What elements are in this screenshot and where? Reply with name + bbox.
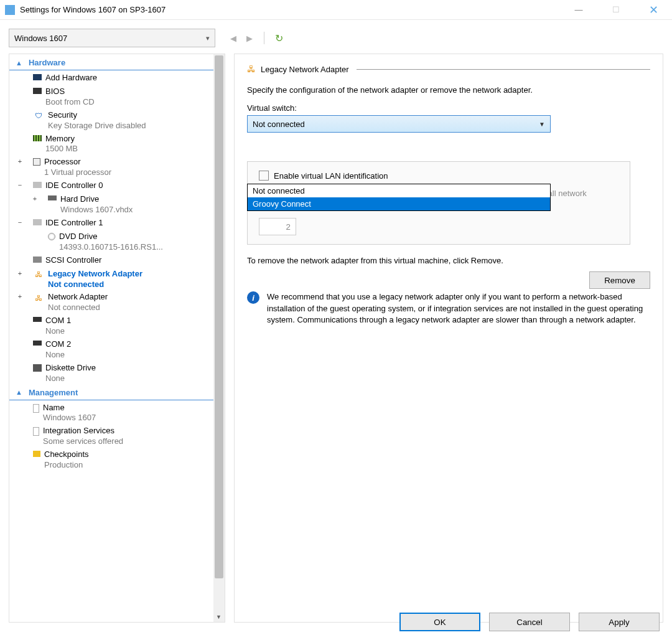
tree-item[interactable]: −IDE Controller 0 — [9, 178, 213, 192]
tree-item-label: Processor — [44, 157, 111, 167]
maximize-button[interactable]: ☐ — [597, 0, 635, 19]
doc-icon — [33, 427, 39, 436]
tree-item-sublabel: Windows 1607.vhdx — [60, 205, 133, 215]
tree-item-sublabel: Not connected — [48, 303, 108, 313]
collapse-icon: ▲ — [16, 388, 22, 396]
tree-item[interactable]: Integration ServicesSome services offere… — [9, 423, 213, 447]
scrollbar[interactable]: ▲ ▼ — [213, 54, 225, 622]
monitor-icon — [33, 74, 42, 80]
close-button[interactable]: ✕ — [635, 0, 672, 19]
divider — [357, 69, 650, 70]
tree-item-sublabel: Boot from CD — [45, 97, 95, 108]
tree-item-sublabel: 14393.0.160715-1616.RS1... — [59, 242, 163, 253]
tree-item[interactable]: COM 2None — [9, 337, 213, 360]
settings-tree: ▲ Hardware Add HardwareBIOSBoot from CD🛡… — [9, 54, 225, 623]
details-panel: 🖧 Legacy Network Adapter Specify the con… — [234, 54, 663, 623]
dvd-icon — [48, 233, 55, 240]
scrollbar-thumb[interactable] — [215, 55, 223, 578]
ide-icon — [33, 182, 42, 188]
dialog-buttons: OK Cancel Apply — [399, 613, 660, 631]
info-text: We recommend that you use a legacy netwo… — [267, 291, 650, 326]
tree-item[interactable]: COM 1None — [9, 313, 213, 337]
nav-back-button[interactable]: ◀ — [228, 32, 239, 44]
tree-item-label: Memory — [45, 134, 78, 144]
window-title: Settings for Windows 1607 on SP3-1607 — [20, 5, 166, 14]
nav-forward-button[interactable]: ▶ — [244, 32, 255, 44]
remove-button[interactable]: Remove — [589, 271, 650, 289]
info-icon: i — [247, 291, 259, 304]
tree-item-label: IDE Controller 0 — [45, 181, 103, 191]
tree-item-sublabel: None — [45, 374, 96, 384]
virtual-switch-value: Not connected — [253, 120, 539, 129]
tree-item[interactable]: Memory1500 MB — [9, 131, 213, 155]
panel-description: Specify the configuration of the network… — [247, 85, 650, 95]
collapse-icon: ▲ — [16, 59, 22, 67]
tree-item-sublabel: None — [45, 326, 71, 337]
tree-item-label: Checkpoints — [44, 449, 89, 460]
vlan-checkbox[interactable] — [259, 171, 269, 181]
cpu-icon — [33, 158, 40, 166]
minimize-button[interactable]: — — [560, 0, 597, 19]
ok-button[interactable]: OK — [399, 613, 480, 631]
tree-item[interactable]: SCSI Controller — [9, 253, 213, 266]
scsi-icon — [33, 256, 42, 263]
window-controls: — ☐ ✕ — [560, 0, 672, 19]
virtual-switch-dropdown[interactable]: Not connected ▼ — [247, 115, 551, 133]
tree-item[interactable]: +🖧Network AdapterNot connected — [9, 289, 213, 313]
tree-item[interactable]: +Hard DriveWindows 1607.vhdx — [9, 192, 213, 215]
management-section-header[interactable]: ▲ Management — [9, 384, 213, 400]
dropdown-option[interactable]: Not connected — [248, 184, 550, 197]
cancel-button[interactable]: Cancel — [489, 613, 570, 631]
expand-toggle[interactable]: + — [16, 269, 24, 278]
nic-icon: 🖧 — [33, 293, 44, 303]
tree-item[interactable]: CheckpointsProduction — [9, 447, 213, 471]
tree-item-label: COM 1 — [45, 316, 71, 326]
titlebar: Settings for Windows 1607 on SP3-1607 — … — [0, 0, 672, 20]
tree-item[interactable]: BIOSBoot from CD — [9, 84, 213, 108]
chk-icon — [33, 451, 40, 457]
hardware-section-header[interactable]: ▲ Hardware — [9, 54, 213, 70]
tree-item[interactable]: Diskette DriveNone — [9, 360, 213, 384]
tree-item[interactable]: DVD Drive14393.0.160715-1616.RS1... — [9, 229, 213, 253]
vlan-checkbox-label: Enable virtual LAN identification — [274, 171, 388, 181]
virtual-switch-label: Virtual switch: — [247, 103, 650, 113]
tree-item-label: Legacy Network Adapter — [48, 269, 142, 280]
dropdown-option[interactable]: Groovy Connect — [248, 197, 550, 210]
tree-item-sublabel: Key Storage Drive disabled — [48, 121, 146, 131]
bios-icon — [33, 88, 42, 94]
vm-selector-dropdown[interactable]: Windows 1607 ▾ — [9, 29, 215, 47]
apply-button[interactable]: Apply — [579, 613, 660, 631]
tree-item-label: Network Adapter — [48, 292, 108, 303]
tree-item[interactable]: −IDE Controller 1 — [9, 215, 213, 229]
expand-toggle[interactable]: + — [16, 292, 24, 301]
tree-item-label: SCSI Controller — [45, 255, 101, 266]
tree-item[interactable]: +Processor1 Virtual processor — [9, 154, 213, 178]
expand-toggle[interactable]: − — [16, 218, 24, 227]
com-icon — [33, 341, 42, 346]
doc-icon — [33, 404, 39, 413]
tree-item[interactable]: +🖧Legacy Network AdapterNot connected — [9, 266, 213, 290]
tree-item-sublabel: Not connected — [48, 280, 142, 290]
scroll-down-icon[interactable]: ▼ — [216, 614, 222, 620]
vm-selector-value: Windows 1607 — [14, 34, 206, 43]
tree-item[interactable]: NameWindows 1607 — [9, 400, 213, 424]
nic-icon: 🖧 — [247, 64, 256, 74]
hardware-section-label: Hardware — [29, 58, 65, 67]
tree-item-label: COM 2 — [45, 339, 71, 350]
expand-toggle[interactable]: + — [30, 194, 39, 203]
tree-item[interactable]: 🛡SecurityKey Storage Drive disabled — [9, 108, 213, 131]
tree-item-label: Diskette Drive — [45, 363, 96, 374]
hdd-icon — [48, 195, 57, 200]
expand-toggle[interactable]: + — [16, 157, 24, 166]
tree-item-label: DVD Drive — [59, 232, 163, 242]
vlan-id-input[interactable] — [259, 218, 296, 235]
expand-toggle[interactable]: − — [16, 181, 24, 189]
nic-icon: 🖧 — [33, 270, 44, 280]
refresh-button[interactable]: ↻ — [273, 32, 284, 44]
tree-item-sublabel: 1500 MB — [45, 144, 78, 154]
tree-item-label: BIOS — [45, 87, 95, 97]
tree-item[interactable]: Add Hardware — [9, 70, 213, 84]
app-icon — [5, 5, 15, 15]
toolbar: Windows 1607 ▾ ◀ ▶ ↻ — [9, 29, 663, 47]
separator — [264, 32, 264, 44]
